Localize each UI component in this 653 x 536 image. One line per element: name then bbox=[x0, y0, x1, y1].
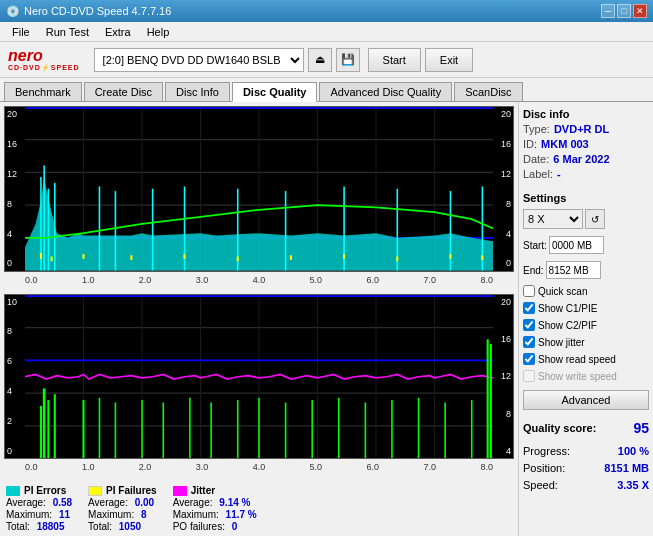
quality-score-value: 95 bbox=[633, 420, 649, 436]
pi-errors-total: Total: 18805 bbox=[6, 521, 72, 532]
jitter-color bbox=[173, 486, 187, 496]
show-write-speed-checkbox[interactable] bbox=[523, 370, 535, 382]
legend-area: PI Errors Average: 0.58 Maximum: 11 Tota… bbox=[4, 481, 514, 536]
exit-button[interactable]: Exit bbox=[425, 48, 473, 72]
progress-label: Progress: bbox=[523, 445, 570, 457]
show-read-speed-label[interactable]: Show read speed bbox=[538, 354, 616, 365]
quality-score-row: Quality score: 95 bbox=[523, 420, 649, 436]
refresh-icon[interactable]: ↺ bbox=[585, 209, 605, 229]
progress-value: 100 % bbox=[618, 445, 649, 457]
quick-scan-row: Quick scan bbox=[523, 285, 649, 297]
end-mb-row: End: bbox=[523, 261, 649, 279]
legend-pi-failures: PI Failures Average: 0.00 Maximum: 8 Tot… bbox=[88, 485, 157, 532]
speed-select[interactable]: 8 X 2 X 4 X Max bbox=[523, 209, 583, 229]
position-value: 8151 MB bbox=[604, 462, 649, 474]
menu-extra[interactable]: Extra bbox=[97, 24, 139, 40]
show-c1-pie-checkbox[interactable] bbox=[523, 302, 535, 314]
speed-control: 8 X 2 X 4 X Max ↺ bbox=[523, 209, 649, 229]
title-bar: 💿 Nero CD-DVD Speed 4.7.7.16 ─ □ ✕ bbox=[0, 0, 653, 22]
tab-advanced-disc-quality[interactable]: Advanced Disc Quality bbox=[319, 82, 452, 101]
disc-date-row: Date: 6 Mar 2022 bbox=[523, 153, 649, 165]
pi-failures-maximum: Maximum: 8 bbox=[88, 509, 157, 520]
pi-errors-avg-value: 0.58 bbox=[53, 497, 72, 508]
start-mb-row: Start: bbox=[523, 236, 649, 254]
pi-failures-average: Average: 0.00 bbox=[88, 497, 157, 508]
end-input[interactable] bbox=[546, 261, 601, 279]
jitter-label: Jitter bbox=[191, 485, 215, 496]
start-input[interactable] bbox=[549, 236, 604, 254]
maximize-button[interactable]: □ bbox=[617, 4, 631, 18]
pi-failures-label: PI Failures bbox=[106, 485, 157, 496]
close-button[interactable]: ✕ bbox=[633, 4, 647, 18]
pi-errors-color bbox=[6, 486, 20, 496]
show-jitter-row: Show jitter bbox=[523, 336, 649, 348]
settings-section: Settings bbox=[523, 192, 649, 204]
tab-disc-quality[interactable]: Disc Quality bbox=[232, 82, 318, 102]
start-button[interactable]: Start bbox=[368, 48, 421, 72]
right-panel: Disc info Type: DVD+R DL ID: MKM 003 Dat… bbox=[518, 102, 653, 536]
show-jitter-label[interactable]: Show jitter bbox=[538, 337, 585, 348]
nero-logo: nero CD·DVD⚡SPEED bbox=[8, 48, 80, 71]
chart1: 201612840 201612840 bbox=[4, 106, 514, 272]
speed-label: Speed: bbox=[523, 479, 558, 491]
advanced-button[interactable]: Advanced bbox=[523, 390, 649, 410]
jitter-po: PO failures: 0 bbox=[173, 521, 257, 532]
disc-label-row: Label: - bbox=[523, 168, 649, 180]
menu-help[interactable]: Help bbox=[139, 24, 178, 40]
pi-errors-avg-label: Average: bbox=[6, 497, 46, 508]
title-bar-text: Nero CD-DVD Speed 4.7.7.16 bbox=[24, 5, 171, 17]
tab-benchmark[interactable]: Benchmark bbox=[4, 82, 82, 101]
tab-scan-disc[interactable]: ScanDisc bbox=[454, 82, 522, 101]
show-c2-pif-row: Show C2/PIF bbox=[523, 319, 649, 331]
disc-type-row: Type: DVD+R DL bbox=[523, 123, 649, 135]
minimize-button[interactable]: ─ bbox=[601, 4, 615, 18]
legend-jitter: Jitter Average: 9.14 % Maximum: 11.7 % P… bbox=[173, 485, 257, 532]
pi-errors-total-value: 18805 bbox=[37, 521, 65, 532]
save-icon[interactable]: 💾 bbox=[336, 48, 360, 72]
menu-bar: File Run Test Extra Help bbox=[0, 22, 653, 42]
toolbar: nero CD·DVD⚡SPEED [2:0] BENQ DVD DD DW16… bbox=[0, 42, 653, 78]
main-content: 201612840 201612840 bbox=[0, 102, 653, 536]
pi-errors-max-value: 11 bbox=[59, 509, 70, 520]
progress-row: Progress: 100 % bbox=[523, 445, 649, 457]
speed-row: Speed: 3.35 X bbox=[523, 479, 649, 491]
chart1-svg bbox=[25, 107, 493, 271]
jitter-average: Average: 9.14 % bbox=[173, 497, 257, 508]
tabs: Benchmark Create Disc Disc Info Disc Qua… bbox=[0, 78, 653, 102]
legend-pi-errors: PI Errors Average: 0.58 Maximum: 11 Tota… bbox=[6, 485, 72, 532]
drive-select[interactable]: [2:0] BENQ DVD DD DW1640 BSLB bbox=[94, 48, 304, 72]
position-row: Position: 8151 MB bbox=[523, 462, 649, 474]
quality-score-label: Quality score: bbox=[523, 422, 596, 434]
show-read-speed-row: Show read speed bbox=[523, 353, 649, 365]
speed-value: 3.35 X bbox=[617, 479, 649, 491]
chart2-svg bbox=[25, 295, 493, 459]
pi-errors-max-label: Maximum: bbox=[6, 509, 52, 520]
pi-failures-color bbox=[88, 486, 102, 496]
jitter-maximum: Maximum: 11.7 % bbox=[173, 509, 257, 520]
menu-run-test[interactable]: Run Test bbox=[38, 24, 97, 40]
disc-info-section: Disc info bbox=[523, 108, 649, 120]
pi-errors-maximum: Maximum: 11 bbox=[6, 509, 72, 520]
menu-file[interactable]: File bbox=[4, 24, 38, 40]
show-jitter-checkbox[interactable] bbox=[523, 336, 535, 348]
show-c2-pif-label[interactable]: Show C2/PIF bbox=[538, 320, 597, 331]
show-read-speed-checkbox[interactable] bbox=[523, 353, 535, 365]
pi-errors-average: Average: 0.58 bbox=[6, 497, 72, 508]
tab-create-disc[interactable]: Create Disc bbox=[84, 82, 163, 101]
quick-scan-checkbox[interactable] bbox=[523, 285, 535, 297]
app-icon: 💿 bbox=[6, 5, 20, 18]
position-label: Position: bbox=[523, 462, 565, 474]
pi-errors-label: PI Errors bbox=[24, 485, 66, 496]
eject-icon[interactable]: ⏏ bbox=[308, 48, 332, 72]
tab-disc-info[interactable]: Disc Info bbox=[165, 82, 230, 101]
chart2-xaxis: 0.01.02.03.04.05.06.07.08.0 bbox=[25, 462, 493, 472]
quick-scan-label[interactable]: Quick scan bbox=[538, 286, 587, 297]
chart2: 1086420 20161284 bbox=[4, 294, 514, 460]
show-write-speed-row: Show write speed bbox=[523, 370, 649, 382]
pi-errors-total-label: Total: bbox=[6, 521, 30, 532]
chart1-xaxis: 0.01.02.03.04.05.06.07.08.0 bbox=[25, 275, 493, 285]
show-c1-pie-row: Show C1/PIE bbox=[523, 302, 649, 314]
show-c1-pie-label[interactable]: Show C1/PIE bbox=[538, 303, 597, 314]
show-c2-pif-checkbox[interactable] bbox=[523, 319, 535, 331]
show-write-speed-label: Show write speed bbox=[538, 371, 617, 382]
